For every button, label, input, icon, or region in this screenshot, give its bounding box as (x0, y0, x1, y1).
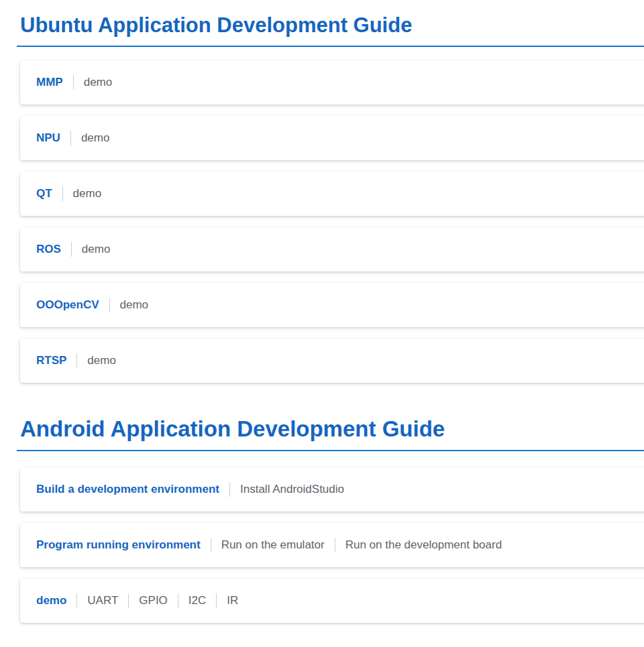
link-install-androidstudio[interactable]: Install AndroidStudio (240, 483, 344, 496)
link-i2c[interactable]: I2C (189, 594, 206, 607)
link-mmp[interactable]: MMP (36, 76, 63, 89)
ubuntu-card-list: MMP demo NPU demo QT demo ROS demo OOOpe (0, 60, 644, 383)
link-demo[interactable]: demo (36, 594, 66, 607)
link-run-on-dev-board[interactable]: Run on the development board (345, 538, 502, 552)
android-card-list: Build a development environment Install … (0, 467, 644, 623)
title-underline (17, 46, 644, 47)
divider (73, 75, 74, 90)
section-ubuntu-guide: Ubuntu Application Development Guide MMP… (0, 13, 644, 383)
page: Ubuntu Application Development Guide MMP… (0, 0, 644, 623)
link-rtsp[interactable]: RTSP (36, 354, 66, 367)
divider (70, 131, 71, 145)
link-qt[interactable]: QT (36, 187, 52, 200)
card-build-dev-environment: Build a development environment Install … (20, 467, 644, 512)
title-underline (17, 450, 644, 451)
divider (109, 298, 110, 312)
link-build-dev-environment[interactable]: Build a development environment (36, 483, 219, 496)
link-qt-demo[interactable]: demo (73, 187, 102, 200)
card-npu: NPU demo (20, 116, 644, 160)
link-program-running-environment[interactable]: Program running environment (36, 538, 201, 552)
link-ir[interactable]: IR (227, 594, 238, 607)
link-ros[interactable]: ROS (36, 243, 61, 256)
divider (216, 593, 217, 608)
link-mmp-demo[interactable]: demo (84, 76, 113, 89)
link-run-on-emulator[interactable]: Run on the emulator (221, 538, 325, 552)
link-ooopencv[interactable]: OOOpenCV (36, 298, 99, 312)
divider (178, 593, 178, 608)
divider (335, 538, 335, 552)
divider (76, 593, 77, 608)
section-android-guide: Android Application Development Guide Bu… (0, 416, 644, 623)
link-ooopencv-demo[interactable]: demo (120, 298, 149, 312)
link-npu[interactable]: NPU (36, 131, 60, 145)
link-npu-demo[interactable]: demo (81, 131, 110, 145)
divider (229, 482, 230, 497)
link-ros-demo[interactable]: demo (82, 243, 111, 256)
link-rtsp-demo[interactable]: demo (87, 354, 116, 367)
card-qt: QT demo (20, 172, 644, 216)
link-gpio[interactable]: GPIO (139, 594, 168, 607)
card-demo: demo UART GPIO I2C IR (20, 579, 644, 623)
card-ros: ROS demo (20, 227, 644, 272)
link-uart[interactable]: UART (87, 594, 118, 607)
divider (62, 186, 63, 201)
card-rtsp: RTSP demo (20, 339, 644, 383)
card-mmp: MMP demo (20, 60, 644, 105)
section-title-android: Android Application Development Guide (20, 416, 644, 442)
divider (71, 242, 72, 257)
card-ooopencv: OOOpenCV demo (20, 283, 644, 327)
divider (76, 353, 77, 368)
divider (211, 538, 211, 552)
divider (128, 593, 129, 608)
section-title-ubuntu: Ubuntu Application Development Guide (20, 13, 644, 38)
card-program-running-environment: Program running environment Run on the e… (20, 523, 644, 567)
